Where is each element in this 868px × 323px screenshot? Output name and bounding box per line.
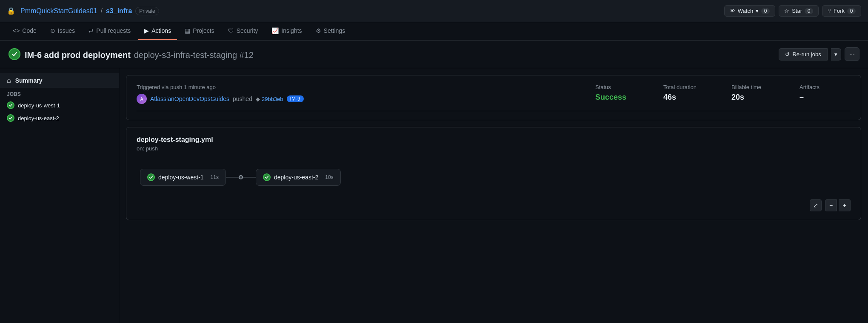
diagram-job-west-icon bbox=[147, 173, 155, 181]
star-button[interactable]: ☆ Star 0 bbox=[779, 5, 819, 17]
diagram-job-west[interactable]: deploy-us-west-1 11s bbox=[140, 169, 226, 186]
commit-hash[interactable]: ◆ 29bb3eb bbox=[256, 96, 283, 102]
rerun-label: Re-run jobs bbox=[792, 51, 821, 58]
triggered-label: Triggered via push 1 minute ago bbox=[137, 84, 578, 90]
artifacts-label: Artifacts bbox=[799, 84, 851, 90]
duration-label: Total duration bbox=[663, 84, 714, 90]
meta-billable: Billable time 20s bbox=[731, 84, 782, 102]
diagram-job-east[interactable]: deploy-us-east-2 10s bbox=[256, 169, 341, 186]
status-value: Success bbox=[595, 93, 646, 102]
watch-label: Watch bbox=[738, 8, 753, 14]
trigger-user-row: A AtlassianOpenDevOpsGuides pushed ◆ 29b… bbox=[137, 94, 578, 104]
watch-arrow: ▾ bbox=[756, 8, 759, 14]
diagram-job-east-icon bbox=[263, 173, 271, 181]
duration-value: 46s bbox=[663, 93, 714, 102]
nav-security-label: Security bbox=[237, 27, 258, 34]
zoom-controls: ⤢ − + bbox=[137, 199, 851, 211]
nav-insights-label: Insights bbox=[281, 27, 302, 34]
nav-item-settings[interactable]: ⚙ Settings bbox=[310, 22, 351, 40]
nav-item-code[interactable]: <> Code bbox=[7, 22, 43, 40]
nav-item-security[interactable]: 🛡 Security bbox=[222, 22, 264, 40]
diagram-job-west-time: 11s bbox=[211, 174, 219, 180]
nav-item-pull-requests[interactable]: ⇄ Pull requests bbox=[83, 22, 137, 40]
actor-name[interactable]: AtlassianOpenDevOpsGuides bbox=[150, 95, 229, 102]
nav-code-label: Code bbox=[22, 27, 36, 34]
more-options-button[interactable]: ··· bbox=[845, 47, 859, 61]
summary-label: Summary bbox=[15, 77, 43, 84]
nav-item-insights[interactable]: 📈 Insights bbox=[266, 22, 308, 40]
main-layout: ⌂ Summary Jobs deploy-us-west-1 deploy-u… bbox=[0, 68, 868, 323]
hash-value: 29bb3eb bbox=[262, 96, 283, 102]
workflow-file-card: deploy-test-staging.yml on: push deploy-… bbox=[126, 127, 861, 220]
fork-icon: ⑂ bbox=[828, 8, 831, 14]
fork-button[interactable]: ⑂ Fork 0 bbox=[822, 5, 861, 17]
topbar-actions: 👁 Watch ▾ 0 ☆ Star 0 ⑂ Fork 0 bbox=[724, 5, 861, 17]
sidebar-job-west[interactable]: deploy-us-west-1 bbox=[0, 99, 119, 112]
zoom-in-button[interactable]: + bbox=[839, 199, 851, 211]
action-text: pushed bbox=[233, 95, 252, 102]
diagram-job-east-name: deploy-us-east-2 bbox=[274, 174, 318, 181]
eye-icon: 👁 bbox=[730, 8, 735, 14]
watch-count: 0 bbox=[761, 8, 770, 14]
avatar: A bbox=[137, 94, 147, 104]
workflow-header: IM-6 add prod deployment deploy-s3-infra… bbox=[0, 40, 868, 68]
repo-owner[interactable]: PmmQuickStartGuides01 bbox=[20, 7, 97, 15]
nav-pr-label: Pull requests bbox=[96, 27, 131, 34]
meta-status: Status Success bbox=[595, 84, 646, 102]
connector-line bbox=[226, 175, 256, 179]
rerun-button[interactable]: ↺ Re-run jobs bbox=[779, 48, 827, 61]
zoom-out-button[interactable]: − bbox=[825, 199, 837, 211]
status-label: Status bbox=[595, 84, 646, 90]
rerun-icon: ↺ bbox=[785, 51, 790, 58]
job-west-success-icon bbox=[7, 101, 14, 109]
workflow-header-buttons: ↺ Re-run jobs ▾ ··· bbox=[779, 47, 859, 61]
private-badge: Private bbox=[135, 7, 159, 15]
workflow-file-name[interactable]: deploy-test-staging.yml bbox=[137, 136, 851, 144]
workflow-on-label: on: push bbox=[137, 145, 851, 152]
nav: <> Code ⊙ Issues ⇄ Pull requests ▶ Actio… bbox=[0, 22, 868, 40]
actions-icon: ▶ bbox=[144, 27, 149, 34]
nav-projects-label: Projects bbox=[193, 27, 214, 34]
issues-icon: ⊙ bbox=[50, 27, 55, 34]
job-east-success-icon bbox=[7, 114, 14, 122]
billable-label: Billable time bbox=[731, 84, 782, 90]
jobs-section-label: Jobs bbox=[0, 88, 119, 99]
meta-trigger: Triggered via push 1 minute ago A Atlass… bbox=[137, 84, 578, 104]
plus-icon: + bbox=[842, 202, 846, 209]
sidebar-job-east[interactable]: deploy-us-east-2 bbox=[0, 112, 119, 124]
expand-button[interactable]: ⤢ bbox=[810, 199, 822, 211]
insights-icon: 📈 bbox=[271, 27, 279, 34]
billable-value: 20s bbox=[731, 93, 782, 102]
repo-name[interactable]: s3_infra bbox=[106, 7, 132, 15]
more-icon: ··· bbox=[849, 50, 855, 58]
workflow-main-title: IM-6 add prod deployment bbox=[25, 50, 131, 60]
watch-button[interactable]: 👁 Watch ▾ 0 bbox=[724, 5, 775, 17]
workflow-subtitle: deploy-s3-infra-test-staging #12 bbox=[134, 50, 254, 60]
sidebar: ⌂ Summary Jobs deploy-us-west-1 deploy-u… bbox=[0, 68, 119, 323]
star-count: 0 bbox=[805, 8, 813, 14]
repo-title: 🔒 PmmQuickStartGuides01 / s3_infra Priva… bbox=[7, 7, 159, 15]
security-icon: 🛡 bbox=[228, 27, 234, 34]
nav-item-issues[interactable]: ⊙ Issues bbox=[44, 22, 81, 40]
fork-count: 0 bbox=[847, 8, 856, 14]
workflow-title-row: IM-6 add prod deployment deploy-s3-infra… bbox=[9, 47, 254, 61]
nav-settings-label: Settings bbox=[324, 27, 345, 34]
rerun-dropdown-button[interactable]: ▾ bbox=[831, 48, 841, 61]
repo-separator: / bbox=[101, 7, 103, 15]
summary-card: Triggered via push 1 minute ago A Atlass… bbox=[126, 75, 861, 120]
workflow-title: IM-6 add prod deployment deploy-s3-infra… bbox=[25, 47, 254, 61]
job-west-label: deploy-us-west-1 bbox=[18, 102, 60, 109]
job-east-label: deploy-us-east-2 bbox=[18, 115, 59, 121]
code-icon: <> bbox=[13, 27, 20, 34]
artifacts-value: – bbox=[799, 93, 851, 102]
nav-item-projects[interactable]: ▦ Projects bbox=[179, 22, 220, 40]
nav-item-actions[interactable]: ▶ Actions bbox=[138, 22, 177, 40]
im-badge[interactable]: IM-9 bbox=[287, 95, 304, 102]
home-icon: ⌂ bbox=[7, 77, 11, 84]
workflow-status-icon bbox=[9, 48, 20, 60]
meta-artifacts: Artifacts – bbox=[799, 84, 851, 102]
chevron-down-icon: ▾ bbox=[834, 51, 837, 58]
pr-icon: ⇄ bbox=[89, 27, 94, 34]
summary-meta: Triggered via push 1 minute ago A Atlass… bbox=[137, 84, 851, 111]
sidebar-item-summary[interactable]: ⌂ Summary bbox=[0, 73, 119, 88]
